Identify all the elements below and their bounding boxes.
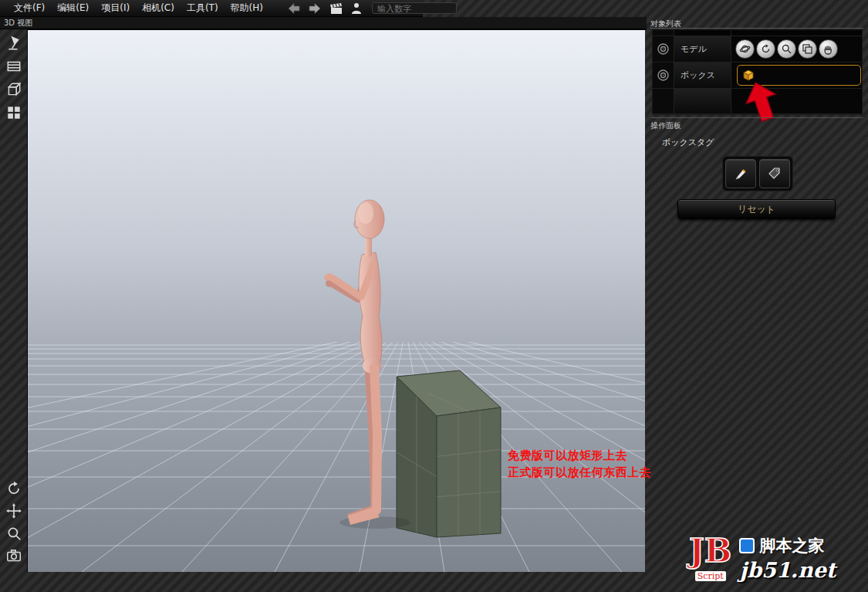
zoom-tool-icon[interactable]: [777, 39, 796, 59]
viewport-header-label: 3D 视图: [4, 18, 32, 29]
move-icon[interactable]: [5, 502, 23, 520]
watermark-logo-text: JB: [689, 535, 731, 567]
model-tools: [731, 36, 862, 63]
tag-icon: [767, 166, 782, 181]
viewport-header: 3D 视图: [0, 17, 647, 29]
hand-icon[interactable]: [819, 39, 838, 59]
box-object: [397, 370, 501, 537]
watermark-logo: JB Script: [689, 535, 731, 582]
rotate-tool-icon[interactable]: [756, 39, 775, 59]
menu-item-edit[interactable]: 编辑(E): [51, 2, 95, 15]
object-list-divider: [650, 28, 863, 29]
watermark-site-name: 脚本之家: [759, 535, 824, 556]
table-empty-cell: [653, 89, 674, 114]
application-window: 文件(F) 编辑(E) 项目(I) 相机(C) 工具(T) 帮助(H): [0, 0, 868, 592]
red-arrow-annotation: [742, 80, 781, 122]
ruler-icon[interactable]: [5, 57, 23, 76]
watermark-logo-sub: Script: [695, 571, 726, 581]
zoom-icon[interactable]: [5, 524, 23, 543]
clapperboard-icon[interactable]: [328, 2, 343, 15]
visibility-icon[interactable]: [653, 63, 674, 89]
visibility-icon[interactable]: [653, 36, 674, 63]
table-spacer: [674, 30, 731, 36]
object-row-box-label: ボックス: [681, 69, 715, 81]
table-spacer: [731, 30, 862, 36]
number-input[interactable]: [372, 2, 457, 14]
blocks-icon[interactable]: [5, 103, 23, 122]
object-row-model[interactable]: モデル: [674, 36, 731, 63]
object-row-box[interactable]: ボックス: [674, 63, 731, 89]
paint-button[interactable]: [725, 159, 756, 188]
menubar: 文件(F) 编辑(E) 项目(I) 相机(C) 工具(T) 帮助(H): [0, 0, 423, 17]
object-row-model-label: モデル: [681, 43, 707, 55]
lamp-icon[interactable]: [5, 34, 23, 52]
table-empty-cell: [674, 89, 731, 114]
cube-icon[interactable]: [5, 80, 23, 99]
menu-item-project[interactable]: 项目(I): [95, 2, 136, 15]
table-spacer: [653, 30, 674, 36]
operation-panel-divider: [650, 117, 863, 118]
menu-item-help[interactable]: 帮助(H): [225, 2, 269, 15]
viewport-3d[interactable]: 免费版可以放矩形上去 正式版可以放任何东西上去: [27, 29, 645, 572]
3d-scene: [28, 30, 645, 572]
camera-icon[interactable]: [5, 546, 23, 565]
watermark: JB Script 脚本之家 jb51.net: [689, 528, 866, 588]
person-icon[interactable]: [349, 2, 364, 15]
menu-item-file[interactable]: 文件(F): [8, 2, 51, 15]
reset-button[interactable]: リセット: [677, 199, 836, 219]
tag-tool-buttons: [722, 156, 793, 191]
forward-icon[interactable]: [307, 2, 323, 15]
rotate-icon[interactable]: [5, 479, 23, 498]
watermark-site-icon: [739, 538, 755, 553]
layers-icon[interactable]: [798, 39, 817, 59]
orbit-icon[interactable]: [735, 39, 755, 59]
watermark-site-url: jb51.net: [739, 558, 836, 582]
annotation-line-2: 正式版可以放任何东西上去: [508, 465, 651, 480]
menubar-icons: [286, 2, 364, 15]
paint-icon: [733, 166, 748, 181]
box-tag-label: ボックスタグ: [662, 137, 714, 148]
menu-item-camera[interactable]: 相机(C): [136, 2, 181, 15]
operation-panel-title: 操作面板: [650, 120, 681, 131]
annotation-line-1: 免费版可以放矩形上去: [508, 448, 627, 463]
back-icon[interactable]: [286, 2, 302, 15]
tag-button[interactable]: [759, 159, 790, 188]
left-toolbar: [0, 29, 27, 571]
menu-item-tools[interactable]: 工具(T): [181, 2, 225, 15]
